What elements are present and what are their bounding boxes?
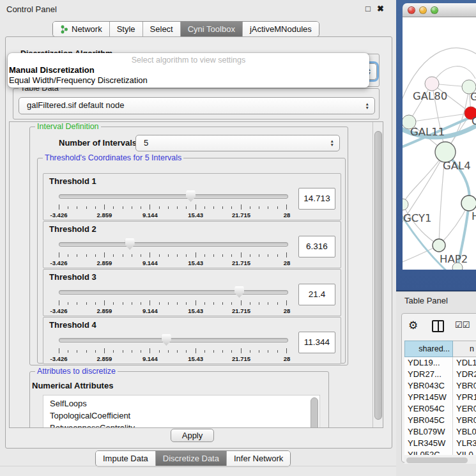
network-window-titlebar[interactable] (403, 3, 476, 17)
tick-mark (196, 348, 196, 353)
tab-infer-network[interactable]: Infer Network (227, 451, 290, 466)
tick-mark (59, 348, 59, 353)
slider-track[interactable] (59, 194, 288, 199)
dropdown-option-manual-discretization[interactable]: Manual Discretization (9, 65, 95, 75)
table-row[interactable]: YER054CYER0 (404, 403, 476, 415)
apply-button[interactable]: Apply (171, 429, 214, 442)
slider-handle[interactable] (186, 190, 196, 202)
network-node[interactable] (433, 239, 445, 252)
cell[interactable]: YIL052C (404, 449, 453, 455)
scrollbar-thumb[interactable] (374, 131, 382, 420)
table-row[interactable]: YDR27...YDR2 (404, 369, 476, 380)
threshold-value-field[interactable]: 6.316 (298, 236, 335, 257)
list-scrollbar[interactable] (311, 397, 318, 428)
column-header-name[interactable]: n (453, 341, 476, 357)
table-data-combo[interactable]: galFiltered.sif default node ▲▼ (19, 97, 375, 114)
cell[interactable]: YLR3 (453, 438, 476, 449)
table-panel-titlebar: Table Panel (396, 291, 476, 309)
number-of-intervals-combo[interactable]: 5 ▲▼ (135, 135, 340, 151)
slider-track[interactable] (59, 338, 288, 342)
node-label: GCY1 (403, 212, 432, 224)
cell[interactable]: YER054C (404, 403, 453, 415)
tick-mark (277, 254, 278, 257)
tab-cyni-toolbox[interactable]: Cyni Toolbox (181, 22, 243, 36)
close-icon[interactable]: ✖ (377, 4, 384, 13)
tab-label: Infer Network (234, 451, 283, 466)
panel-title: Control Panel (6, 4, 57, 14)
cell[interactable]: YER0 (453, 403, 476, 415)
tick-mark (77, 302, 77, 305)
tick-mark (268, 206, 268, 209)
threshold-value-field[interactable]: 21.4 (298, 284, 335, 305)
tab-select[interactable]: Select (143, 22, 181, 36)
cell[interactable]: YBR0 (453, 415, 476, 426)
list-item[interactable]: SelfLoops (43, 397, 319, 410)
tick-mark (141, 254, 141, 257)
cell[interactable]: YLR345W (404, 438, 453, 449)
tab-network[interactable]: Network (53, 22, 110, 36)
close-traffic-light[interactable] (408, 6, 415, 14)
list-item[interactable]: TopologicalCoefficient (43, 410, 319, 422)
threshold-value-field[interactable]: 11.344 (298, 332, 335, 353)
cell[interactable]: YBR043C (404, 380, 453, 392)
cell[interactable]: YPR145W (404, 392, 453, 403)
node-label: GAL11 (410, 126, 445, 138)
slider-handle[interactable] (125, 238, 135, 250)
gear-icon[interactable]: ⚙ (408, 319, 418, 332)
table-row[interactable]: YBL079WYBL0 (404, 426, 476, 438)
table-row[interactable]: YIL052CYIL0 (404, 449, 476, 455)
cell[interactable]: YBR045C (404, 415, 453, 426)
threshold-slider[interactable]: -3.4262.8599.14415.4321.71528 (59, 238, 287, 265)
tick-mark (259, 206, 259, 209)
float-window-icon[interactable]: □ (365, 4, 371, 13)
cell[interactable]: YPR1 (453, 392, 476, 403)
table-row[interactable]: YDL19...YDL1 (404, 357, 476, 369)
checkbox-icons[interactable]: ☑☑ (455, 320, 470, 330)
cell[interactable]: YBL079W (404, 426, 453, 438)
tab-impute-data[interactable]: Impute Data (96, 451, 156, 466)
threshold-slider[interactable]: -3.4262.8599.14415.4321.71528 (59, 190, 287, 217)
threshold-slider[interactable]: -3.4262.8599.14415.4321.71528 (59, 286, 287, 313)
cell[interactable]: YDL1 (453, 357, 476, 369)
cell[interactable]: YDR27... (404, 369, 453, 380)
tab-discretize-data[interactable]: Discretize Data (156, 451, 227, 466)
cell[interactable]: YDR2 (453, 369, 476, 380)
threshold-slider[interactable]: -3.4262.8599.14415.4321.71528 (59, 334, 287, 361)
column-header-shared-name[interactable]: shared... (404, 341, 453, 357)
network-node[interactable] (403, 199, 408, 210)
cell[interactable]: YIL0 (453, 449, 476, 455)
table-row[interactable]: YPR145WYPR1 (404, 392, 476, 403)
tick-mark (286, 252, 287, 257)
slider-handle[interactable] (234, 286, 244, 298)
table-row[interactable]: YBR043CYBR0 (404, 380, 476, 392)
scrollbar-thumb[interactable] (406, 457, 468, 463)
split-columns-icon[interactable] (432, 320, 444, 332)
tick-mark (259, 254, 259, 257)
threshold-value-field[interactable]: 14.713 (298, 188, 335, 210)
cell[interactable]: YBL0 (453, 426, 476, 438)
zoom-traffic-light[interactable] (431, 6, 438, 14)
combo-value: 5 (144, 135, 148, 151)
tick-mark (141, 206, 141, 209)
minimize-traffic-light[interactable] (419, 6, 427, 14)
tick-mark (286, 348, 287, 353)
control-panel-tabs: Network Style Select Cyni Toolbox jActiv… (52, 21, 319, 37)
network-node[interactable] (425, 77, 439, 91)
cell[interactable]: YDL19... (404, 357, 453, 369)
slider-tick-labels: -3.4262.8599.14415.4321.71528 (59, 259, 287, 266)
network-canvas[interactable]: GAL80 GAL11 GAL4 GCY1 HAP2 G C H (403, 17, 476, 270)
threshold-label: Threshold 3 (49, 272, 96, 282)
tick-mark (123, 350, 123, 353)
tab-style[interactable]: Style (110, 22, 143, 36)
table-row[interactable]: YLR345WYLR3 (404, 438, 476, 449)
slider-track[interactable] (59, 242, 288, 247)
slider-handle[interactable] (162, 334, 171, 346)
slider-track[interactable] (59, 290, 288, 295)
dropdown-option-equal-width[interactable]: Equal Width/Frequency Discretization (9, 75, 148, 85)
network-node[interactable] (461, 196, 476, 211)
list-item[interactable]: BetweennessCentrality (43, 422, 319, 428)
tab-jactivemnodules[interactable]: jActiveMNodules (243, 22, 319, 36)
cell[interactable]: YBR0 (453, 380, 476, 392)
axis-tick-label: 28 (284, 355, 291, 362)
table-row[interactable]: YBR045CYBR0 (404, 415, 476, 426)
